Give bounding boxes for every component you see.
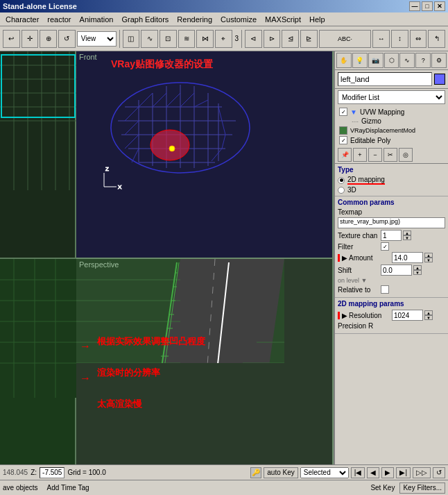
mod-cut[interactable]: ✂ — [384, 148, 397, 162]
relative-to-checkbox[interactable] — [381, 285, 389, 294]
amount-input[interactable] — [392, 252, 423, 263]
spinner-up[interactable]: ▲ — [403, 230, 411, 235]
modifier-editable-poly[interactable]: ✓ Editable Poly — [338, 135, 445, 145]
next-frame-btn[interactable]: ▶| — [396, 467, 411, 478]
toolbar-b4[interactable]: ≋ — [178, 30, 196, 48]
modifier-uvw[interactable]: ✓ ▼ UVW Mapping — [338, 107, 445, 117]
key-icon: 🔑 — [250, 467, 261, 478]
texture-chan-input[interactable] — [381, 230, 402, 241]
spinner-down[interactable]: ▼ — [403, 235, 411, 240]
toolbar-b11[interactable]: ↔ — [372, 30, 390, 48]
annotation-warning: 太高渲染慢 — [97, 398, 142, 410]
uvw-checkbox[interactable]: ✓ — [339, 108, 347, 116]
modifier-stack: ✓ ▼ UVW Mapping ···· Gizmo VRayDisplacem… — [335, 106, 448, 146]
rp-icon-geo[interactable]: ⬡ — [384, 53, 399, 68]
radio-3d[interactable] — [338, 187, 345, 194]
toolbar-select[interactable]: ✛ — [21, 30, 39, 48]
prev-btn[interactable]: |◀ — [351, 467, 365, 478]
toolbar-rotate[interactable]: ↺ — [58, 30, 76, 48]
amount-up[interactable]: ▲ — [424, 253, 433, 258]
poly-checkbox[interactable]: ✓ — [339, 136, 347, 144]
rp-icon-settings[interactable]: ⚙ — [431, 53, 447, 68]
next-btn[interactable]: ▷▷ — [413, 467, 431, 478]
menu-reactor[interactable]: reactor — [43, 14, 75, 25]
shift-down[interactable]: ▼ — [413, 270, 422, 275]
modifier-gizmo[interactable]: ···· Gizmo — [338, 117, 445, 126]
filter-checkbox[interactable]: ✓ — [381, 242, 389, 251]
common-params-title: Common params — [338, 199, 445, 206]
radio-2d[interactable] — [338, 177, 345, 184]
menu-graph-editors[interactable]: Graph Editors — [117, 14, 173, 25]
modifier-actions: 📌 + − ✂ ◎ — [335, 146, 448, 164]
menu-rendering[interactable]: Rendering — [173, 14, 216, 25]
menu-animation[interactable]: Animation — [76, 14, 118, 25]
toolbar-b5[interactable]: ⋈ — [196, 30, 214, 48]
viewport-front[interactable]: Front — [76, 51, 334, 259]
minimize-button[interactable]: — — [409, 1, 420, 11]
toolbar-b6[interactable]: ⌖ — [215, 30, 232, 48]
toolbar-b9[interactable]: ⊴ — [282, 30, 299, 48]
object-color-box[interactable] — [434, 74, 445, 85]
loop-btn[interactable]: ↺ — [433, 467, 445, 478]
mod-show[interactable]: ◎ — [399, 148, 413, 162]
menu-customize[interactable]: Customize — [216, 14, 261, 25]
key-filters-btn[interactable]: Key Filters... — [399, 483, 445, 494]
play-btn[interactable]: ▶ — [381, 467, 394, 478]
resolution-up[interactable]: ▲ — [424, 310, 433, 315]
rp-icon-light[interactable]: 💡 — [352, 53, 368, 68]
view-dropdown[interactable]: View — [77, 31, 117, 47]
toolbar-named[interactable]: ABC· — [319, 30, 372, 48]
resolution-input[interactable] — [392, 310, 423, 321]
right-panel: ✋ 💡 📷 ⬡ ∿ ? ⚙ Modifier List ✓ ▼ — [334, 51, 448, 464]
maximize-button[interactable]: □ — [422, 1, 433, 11]
rp-icon-hand[interactable]: ✋ — [336, 53, 352, 68]
prev-frame-btn[interactable]: ◀ — [367, 467, 379, 478]
rp-icon-camera[interactable]: 📷 — [368, 53, 384, 68]
toolbar-b12[interactable]: ↕ — [391, 30, 408, 48]
relative-to-label: Relative to — [338, 286, 379, 294]
toolbar-b7[interactable]: ⊲ — [245, 30, 262, 48]
shift-input[interactable] — [381, 265, 412, 276]
amount-indicator: ▶ — [338, 254, 347, 262]
selected-dropdown[interactable]: Selected — [300, 467, 349, 478]
shift-up[interactable]: ▲ — [413, 265, 422, 270]
resolution-down[interactable]: ▼ — [424, 315, 433, 320]
rp-icon-help[interactable]: ? — [415, 53, 431, 68]
mod-remove[interactable]: − — [368, 148, 382, 162]
precision-label: Precision R — [338, 322, 379, 330]
object-name-input[interactable] — [338, 72, 432, 86]
menu-help[interactable]: Help — [305, 14, 329, 25]
set-key-label: Set Key — [370, 484, 395, 492]
modifier-list-dropdown[interactable]: Modifier List — [338, 90, 445, 104]
modifier-vray[interactable]: VRayDisplacementMod — [338, 126, 445, 135]
toolbar-undo[interactable]: ↩ — [3, 30, 20, 48]
toolbar-b14[interactable]: ↰ — [428, 30, 445, 48]
toolbar-b13[interactable]: ⇔ — [410, 30, 427, 48]
toolbar-b8[interactable]: ⊳ — [264, 30, 281, 48]
toolbar-move[interactable]: ⊕ — [40, 30, 57, 48]
amount-down[interactable]: ▼ — [424, 258, 433, 262]
menu-maxscript[interactable]: MAXScript — [261, 14, 305, 25]
mod-add[interactable]: + — [353, 148, 367, 162]
svg-line-45 — [212, 149, 222, 161]
texture-chan-spinner[interactable]: ▲ ▼ — [403, 230, 411, 240]
close-button[interactable]: ✕ — [434, 1, 445, 11]
toolbar-b3[interactable]: ⊡ — [160, 30, 177, 48]
rp-icon-curve[interactable]: ∿ — [399, 53, 415, 68]
svg-line-38 — [125, 107, 139, 121]
toolbar-b10[interactable]: ⊵ — [300, 30, 318, 48]
toolbar-scale[interactable]: ◫ — [123, 30, 140, 48]
menu-character[interactable]: Character — [1, 14, 43, 25]
toolbar-b2[interactable]: ∿ — [141, 30, 158, 48]
mod-pin[interactable]: 📌 — [338, 148, 352, 162]
texmap-label: Texmap — [338, 208, 379, 216]
rp-iconbar-top: ✋ 💡 📷 ⬡ ∿ ? ⚙ — [335, 51, 448, 70]
texmap-value-field[interactable]: sture_vray_bump.jpg) — [338, 217, 445, 228]
viewport-perspective[interactable]: Perspective — [76, 259, 334, 465]
amount-spinner[interactable]: ▲ ▼ — [424, 253, 433, 262]
autokey-btn[interactable]: auto Key — [264, 467, 298, 478]
modifier-gizmo-dots: ···· — [352, 118, 359, 125]
resolution-spinner[interactable]: ▲ ▼ — [424, 310, 433, 320]
shift-spinner[interactable]: ▲ ▼ — [413, 265, 422, 275]
water-level-label: on level ▼ — [338, 277, 367, 284]
